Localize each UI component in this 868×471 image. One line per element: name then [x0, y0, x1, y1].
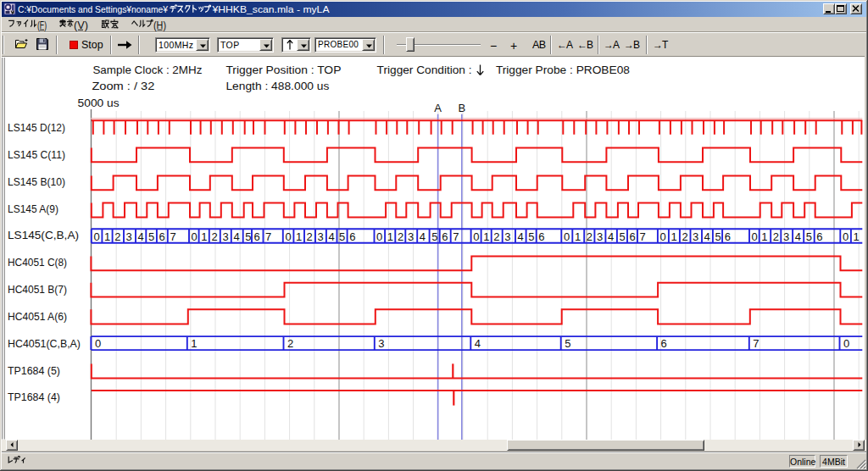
svg-text:1: 1: [761, 230, 767, 243]
svg-text:2: 2: [493, 230, 499, 243]
svg-text:2: 2: [587, 230, 593, 243]
svg-text:2: 2: [287, 337, 293, 350]
svg-text:6: 6: [159, 230, 165, 243]
svg-text:3: 3: [222, 230, 228, 243]
svg-text:6: 6: [442, 230, 448, 243]
svg-text:0: 0: [93, 230, 99, 243]
svg-text:Sample Clock : 2MHz: Sample Clock : 2MHz: [92, 64, 202, 76]
svg-text:6: 6: [349, 230, 355, 243]
svg-text:0: 0: [473, 230, 479, 243]
svg-text:3: 3: [318, 230, 324, 243]
svg-text:0: 0: [564, 230, 570, 243]
svg-text:3: 3: [597, 230, 603, 243]
svg-text:Trigger Probe : PROBE08: Trigger Probe : PROBE08: [496, 64, 630, 76]
svg-text:B: B: [458, 102, 465, 114]
svg-text:2: 2: [398, 230, 403, 243]
svg-text:4: 4: [329, 230, 335, 243]
svg-text:3: 3: [504, 230, 510, 243]
svg-text:0: 0: [843, 230, 849, 243]
svg-text:1: 1: [671, 230, 677, 243]
svg-text:3: 3: [378, 337, 384, 350]
svg-text:3: 3: [408, 230, 414, 243]
svg-text:7: 7: [640, 230, 646, 243]
svg-text:4: 4: [138, 230, 144, 243]
svg-text:4: 4: [608, 230, 614, 243]
svg-text:4: 4: [420, 230, 426, 243]
svg-text:6: 6: [630, 230, 636, 243]
svg-text:4: 4: [233, 230, 239, 243]
svg-text:6: 6: [816, 230, 822, 243]
svg-text:5: 5: [148, 230, 154, 243]
svg-text:4: 4: [518, 230, 524, 243]
svg-text:2: 2: [773, 230, 779, 243]
svg-text:3: 3: [783, 230, 789, 243]
svg-text:3: 3: [126, 230, 132, 243]
svg-text:2: 2: [211, 230, 217, 243]
svg-text:6: 6: [254, 230, 260, 243]
svg-text:1: 1: [575, 230, 581, 243]
svg-text:5: 5: [245, 230, 251, 243]
svg-text:1: 1: [387, 230, 393, 243]
svg-text:0: 0: [752, 230, 758, 243]
svg-text:1: 1: [483, 230, 489, 243]
svg-text:2: 2: [682, 230, 688, 243]
svg-text:7: 7: [265, 230, 271, 243]
svg-text:6: 6: [538, 230, 544, 243]
svg-text:Zoom : / 32: Zoom : / 32: [92, 80, 154, 92]
svg-text:4: 4: [475, 337, 481, 350]
svg-text:2: 2: [114, 230, 120, 243]
svg-text:3: 3: [693, 230, 698, 243]
svg-text:1: 1: [201, 230, 207, 243]
svg-text:A: A: [434, 102, 442, 114]
svg-text:0: 0: [376, 230, 382, 243]
svg-text:5: 5: [565, 337, 570, 350]
svg-text:4: 4: [795, 230, 801, 243]
svg-text:5: 5: [339, 230, 345, 243]
svg-text:7: 7: [753, 337, 759, 350]
svg-text:4: 4: [704, 230, 710, 243]
svg-text:0: 0: [843, 337, 849, 350]
svg-text:5: 5: [431, 230, 437, 243]
svg-text:1: 1: [104, 230, 110, 243]
svg-text:Length : 488.000 us: Length : 488.000 us: [225, 80, 329, 92]
svg-text:5: 5: [715, 230, 721, 243]
svg-text:7: 7: [170, 230, 175, 243]
svg-text:0: 0: [285, 230, 291, 243]
svg-text:6: 6: [725, 230, 731, 243]
svg-text:0: 0: [660, 230, 666, 243]
svg-text:Trigger Position : TOP: Trigger Position : TOP: [225, 64, 341, 76]
svg-text:1: 1: [296, 230, 302, 243]
svg-text:0: 0: [192, 230, 198, 243]
svg-text:5000 us: 5000 us: [78, 97, 120, 109]
svg-text:0: 0: [95, 337, 101, 350]
svg-text:1: 1: [191, 337, 197, 350]
svg-text:1: 1: [854, 230, 860, 243]
svg-text:5: 5: [620, 230, 626, 243]
svg-text:Trigger Condition :: Trigger Condition :: [377, 64, 472, 76]
svg-text:2: 2: [307, 230, 313, 243]
svg-text:5: 5: [806, 230, 812, 243]
svg-text:6: 6: [661, 337, 667, 350]
svg-text:7: 7: [453, 230, 459, 243]
svg-text:5: 5: [528, 230, 534, 243]
